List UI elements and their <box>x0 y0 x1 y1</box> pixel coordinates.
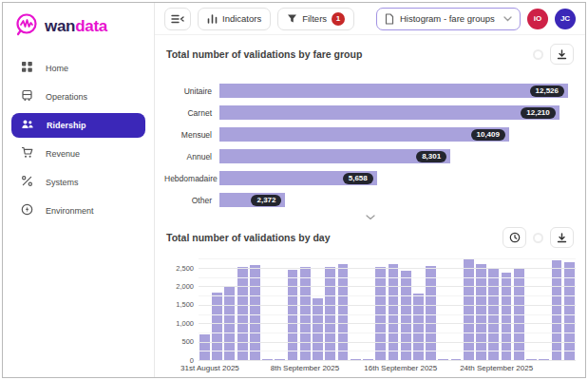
download-button[interactable] <box>550 227 574 248</box>
value-pill: 2,372 <box>251 195 281 206</box>
fare-group-category-label: Annuel <box>164 152 219 162</box>
avatar-jc[interactable]: JC <box>555 9 576 29</box>
fare-group-bar: 5,658 <box>219 171 377 185</box>
filters-count-badge: 1 <box>332 12 345 26</box>
fare-group-category-label: Mensuel <box>164 130 219 140</box>
day-bar <box>288 270 298 361</box>
day-bar <box>389 264 399 361</box>
sidebar-nav: HomeOperationsRidershipRevenueSystemsEnv… <box>3 56 154 223</box>
download-button[interactable] <box>550 44 574 65</box>
chart-type-select[interactable]: Histogram - fare groups <box>376 8 521 30</box>
content: Total number of validations by fare grou… <box>155 35 585 377</box>
environment-icon <box>21 202 33 219</box>
fare-group-row: Unitaire12,526 <box>164 80 576 102</box>
bus-icon <box>21 88 33 105</box>
gridline <box>199 332 576 333</box>
indicators-button[interactable]: Indicators <box>198 8 271 30</box>
by-day-chart-title: Total number of validations by day <box>166 232 331 243</box>
sidebar-item-label: Operations <box>46 92 87 102</box>
fare-group-bar: 10,409 <box>219 127 509 142</box>
x-tick-label: 16th September 2025 <box>364 364 437 372</box>
day-bar <box>401 271 411 361</box>
fare-group-chart-header: Total number of validations by fare grou… <box>164 35 576 68</box>
gridline <box>199 268 576 269</box>
day-bar <box>338 264 349 361</box>
chart-type-select-value: Histogram - fare groups <box>400 13 495 24</box>
day-bar <box>552 260 562 361</box>
brand-name: wandata <box>45 17 107 36</box>
y-tick-label: 2,500 <box>176 264 194 273</box>
refresh-spinner-icon <box>533 233 543 243</box>
value-pill: 10,409 <box>471 129 505 141</box>
toolbar: Indicators Filters 1 Histogram - fare gr… <box>155 3 585 35</box>
gridline <box>199 295 576 296</box>
systems-icon <box>21 174 33 191</box>
fare-group-row: Hebdomadaire5,658 <box>164 167 576 189</box>
cart-icon <box>21 145 33 162</box>
sidebar: wandata HomeOperationsRidershipRevenueSy… <box>3 3 155 377</box>
home-icon <box>21 60 33 77</box>
app-window: wandata HomeOperationsRidershipRevenueSy… <box>2 2 586 378</box>
gridline <box>199 323 576 324</box>
x-tick-label: 24th September 2025 <box>460 364 533 372</box>
day-bar <box>199 334 210 361</box>
brand-logo[interactable]: wandata <box>3 3 154 48</box>
gridline <box>199 351 576 352</box>
indicators-label: Indicators <box>222 13 261 24</box>
avatar-io[interactable]: iO <box>527 9 548 29</box>
filter-funnel-icon <box>287 13 297 24</box>
fare-group-bar: 2,372 <box>219 193 285 207</box>
collapse-sidebar-button[interactable] <box>164 8 191 30</box>
fare-group-row: Annuel8,301 <box>164 145 576 167</box>
x-axis: 31st August 20258th September 202516th S… <box>199 361 576 376</box>
value-pill: 5,658 <box>343 173 373 184</box>
fare-group-row: Carnet12,210 <box>164 102 576 124</box>
fare-group-chart-title: Total number of validations by fare grou… <box>166 48 362 60</box>
chevron-down-icon <box>503 13 512 24</box>
gridline <box>199 286 576 287</box>
sidebar-item-label: Revenue <box>46 149 80 159</box>
by-day-chart: 05001,0001,5002,0002,500 <box>164 255 576 361</box>
fare-group-row: Mensuel10,409 <box>164 124 576 145</box>
value-pill: 8,301 <box>416 151 446 162</box>
y-tick-label: 1,000 <box>176 319 194 328</box>
fare-group-bar: 12,526 <box>219 84 568 98</box>
y-axis: 05001,0001,5002,0002,500 <box>164 255 199 361</box>
clock-icon <box>509 232 521 243</box>
download-icon <box>557 233 567 243</box>
collapse-section-chevron[interactable] <box>164 211 576 223</box>
day-bar <box>464 259 474 361</box>
fare-group-category-label: Unitaire <box>164 86 219 96</box>
y-tick-label: 2,000 <box>176 282 194 291</box>
gridline <box>199 258 576 259</box>
x-tick-label: 8th September 2025 <box>271 364 340 372</box>
plot-area <box>199 255 576 361</box>
collapse-sidebar-icon <box>171 13 184 25</box>
sidebar-item-environment[interactable]: Environment <box>11 199 145 223</box>
document-icon <box>385 13 394 25</box>
waveform-logo-icon <box>14 12 39 41</box>
filters-label: Filters <box>302 13 327 24</box>
gridline <box>199 314 576 315</box>
fare-group-bar: 12,210 <box>219 105 560 120</box>
main-area: Indicators Filters 1 Histogram - fare gr… <box>155 3 585 377</box>
sidebar-item-operations[interactable]: Operations <box>11 85 145 109</box>
sidebar-item-label: Systems <box>46 178 79 187</box>
fare-group-category-label: Carnet <box>164 108 219 118</box>
gridline <box>199 277 576 278</box>
x-tick-label: 31st August 2025 <box>180 364 239 372</box>
sidebar-item-revenue[interactable]: Revenue <box>11 142 145 166</box>
people-icon <box>21 117 34 134</box>
sidebar-item-ridership[interactable]: Ridership <box>11 113 145 138</box>
y-tick-label: 1,500 <box>176 300 194 309</box>
sidebar-item-home[interactable]: Home <box>11 56 145 81</box>
filters-button[interactable]: Filters 1 <box>277 8 354 30</box>
sidebar-item-systems[interactable]: Systems <box>11 170 145 195</box>
bar-chart-icon <box>207 13 218 24</box>
sidebar-item-label: Environment <box>46 206 94 216</box>
refresh-spinner-icon <box>533 49 543 60</box>
time-range-button[interactable] <box>503 227 526 248</box>
fare-group-chart: Unitaire12,526Carnet12,210Mensuel10,409A… <box>164 80 576 211</box>
value-pill: 12,526 <box>530 86 564 97</box>
value-pill: 12,210 <box>521 107 555 119</box>
